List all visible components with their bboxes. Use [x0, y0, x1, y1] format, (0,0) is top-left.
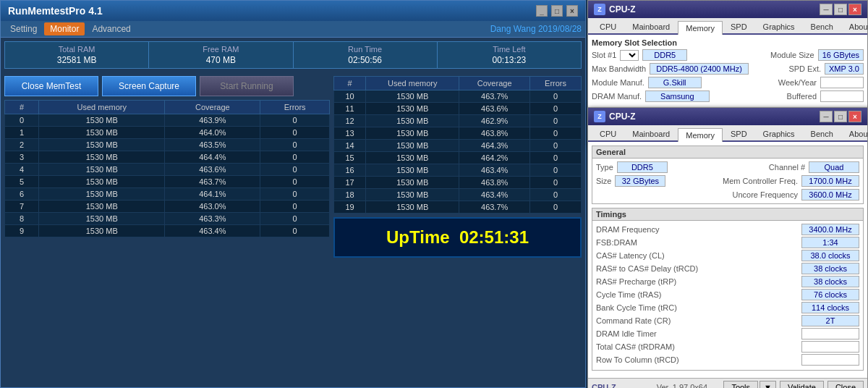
right-col-header-errors: Errors: [530, 77, 582, 90]
free-ram-cell: Free RAM 470 MB: [149, 42, 293, 68]
uptime-text: UpTime 02:51:31: [386, 227, 529, 247]
cpuz-2-maximize[interactable]: □: [834, 111, 847, 122]
timing-label: Command Rate (CR): [596, 316, 671, 325]
timing-value: 2T: [801, 315, 859, 326]
col-header-errors: Errors: [260, 101, 330, 114]
cpuz-2-tab-spd[interactable]: SPD: [723, 127, 755, 140]
cpuz-1-tab-bench[interactable]: Bench: [803, 20, 841, 33]
cpuz-1-tab-spd[interactable]: SPD: [723, 20, 755, 33]
close-btn[interactable]: ×: [566, 5, 578, 17]
spd-ext-label: SPD Ext.: [788, 64, 821, 73]
memtest-title: RunMemtestPro 4.1: [8, 5, 103, 17]
table-row: 21530 MB463.5%0: [5, 139, 330, 151]
max-bw-value: DDR5-4800 (2400 MHz): [650, 63, 749, 75]
right-panel: # Used memory Coverage Errors 101530 MB4…: [333, 76, 582, 258]
module-manuf-value: G.Skill: [648, 77, 702, 88]
cpuz-1-close[interactable]: ×: [848, 4, 861, 15]
close-memtest-button[interactable]: Close MemTest: [4, 76, 98, 96]
module-manuf-label: Module Manuf.: [592, 78, 644, 87]
footer-version: Ver. 1.97.0x64: [657, 383, 722, 388]
cpuz-2-tab-mainboard[interactable]: Mainboard: [624, 127, 678, 140]
timing-row: Bank Cycle Time (tRC)114 clocks: [596, 302, 859, 313]
mem-ctrl-label: Mem Controller Freq.: [723, 177, 798, 185]
cpuz-1-tab-about[interactable]: About: [841, 20, 868, 33]
week-year-value: [820, 77, 864, 88]
maximize-btn[interactable]: □: [551, 5, 563, 17]
cpuz-window-2: Z CPU-Z ─ □ × CPU Mainboard Memory SPD G…: [587, 107, 868, 388]
timing-value: 76 clocks: [801, 289, 859, 300]
col-header-coverage: Coverage: [165, 101, 260, 114]
stats-row: Total RAM 32581 MB Free RAM 470 MB Run T…: [4, 41, 582, 69]
menu-monitor[interactable]: Monitor: [44, 22, 85, 35]
timing-value: [801, 328, 859, 340]
time-left-value: 00:13:23: [441, 55, 577, 65]
table-row: 141530 MB464.3%0: [334, 140, 582, 152]
cpuz-1-tab-memory[interactable]: Memory: [678, 21, 723, 35]
cpuz-2-tab-about[interactable]: About: [841, 127, 868, 140]
cpuz-1-maximize[interactable]: □: [834, 4, 847, 15]
cpuz-1-minimize[interactable]: ─: [820, 4, 833, 15]
timing-value: 38 clocks: [801, 276, 859, 287]
timing-label: Cycle Time (tRAS): [596, 290, 661, 299]
timing-row: DRAM Idle Timer: [596, 328, 859, 340]
cpuz-2-close[interactable]: ×: [848, 111, 861, 122]
table-row: 11530 MB464.0%0: [5, 127, 330, 139]
cpuz-2-tabs: CPU Mainboard Memory SPD Graphics Bench …: [588, 125, 867, 142]
run-time-cell: Run Time 02:50:56: [294, 42, 438, 68]
uncore-label: Uncore Frequency: [733, 190, 799, 199]
cpuz-1-tab-mainboard[interactable]: Mainboard: [624, 20, 678, 33]
minimize-btn[interactable]: _: [536, 5, 548, 17]
time-left-cell: Time Left 00:13:23: [438, 42, 581, 68]
cpuz-2-title: CPU-Z: [609, 111, 636, 122]
memtest-menubar: Setting Monitor Advanced Dang Wang 2019/…: [1, 21, 585, 38]
cpuz-footer: CPU-Z Ver. 1.97.0x64 Tools ▼ Validate Cl…: [588, 378, 867, 388]
table-row: 31530 MB464.4%0: [5, 151, 330, 164]
dram-manuf-label: DRAM Manuf.: [592, 92, 642, 101]
table-row: 101530 MB463.7%0: [334, 90, 582, 103]
cpuz-2-controls: ─ □ ×: [820, 111, 861, 122]
buffered-label: Buffered: [787, 92, 817, 101]
table-row: 121530 MB462.9%0: [334, 115, 582, 127]
cpuz-2-tab-graphics[interactable]: Graphics: [755, 127, 803, 140]
dram-manuf-value: Samsung: [645, 90, 709, 102]
tools-button[interactable]: Tools: [723, 381, 758, 388]
uncore-value: 3600.0 MHz: [801, 189, 859, 201]
table-row: 71530 MB463.0%0: [5, 201, 330, 213]
buffered-value: [820, 90, 864, 102]
table-row: 41530 MB463.6%0: [5, 164, 330, 176]
type-label: Type: [596, 163, 613, 172]
timing-row: RAS# to CAS# Delay (tRCD)38 clocks: [596, 263, 859, 274]
cpuz-1-tab-cpu[interactable]: CPU: [592, 20, 624, 33]
cpuz-2-minimize[interactable]: ─: [820, 111, 833, 122]
cpuz-2-tab-cpu[interactable]: CPU: [592, 127, 624, 140]
titlebar-controls: _ □ ×: [536, 5, 578, 17]
table-row: 81530 MB463.3%0: [5, 213, 330, 225]
table-row: 91530 MB463.4%0: [5, 225, 330, 237]
cpuz-2-tab-memory[interactable]: Memory: [678, 128, 723, 142]
menu-setting[interactable]: Setting: [4, 22, 43, 35]
cpuz-2-icon: Z: [594, 111, 605, 122]
timing-label: FSB:DRAM: [596, 238, 637, 247]
cpuz-2-titlebar: Z CPU-Z ─ □ ×: [588, 108, 867, 125]
table-row: 151530 MB464.2%0: [334, 152, 582, 164]
col-header-num: #: [5, 101, 39, 114]
timing-value: [801, 341, 859, 353]
screen-capture-button[interactable]: Screen Capture: [102, 76, 196, 96]
uptime-box: UpTime 02:51:31: [333, 217, 582, 258]
timing-label: Bank Cycle Time (tRC): [596, 303, 677, 312]
menu-advanced[interactable]: Advanced: [86, 22, 136, 35]
module-size-value: 16 GBytes: [818, 49, 864, 61]
user-info: Dang Wang 2019/08/28: [138, 24, 582, 34]
slot-select[interactable]: [620, 50, 639, 61]
timing-label: Row To Column (tRCD): [596, 355, 679, 364]
general-content: Type DDR5 Channel # Quad Size 32 GBytes …: [592, 159, 863, 203]
cpuz-1-title-left: Z CPU-Z: [594, 4, 636, 15]
validate-button[interactable]: Validate: [780, 381, 824, 388]
cpuz-2-tab-bench[interactable]: Bench: [803, 127, 841, 140]
timing-value: [801, 354, 859, 366]
tools-dropdown[interactable]: ▼: [760, 381, 776, 388]
total-ram-value: 32581 MB: [9, 55, 145, 65]
start-running-button[interactable]: Start Running: [200, 76, 294, 96]
footer-close-button[interactable]: Close: [827, 381, 864, 388]
cpuz-1-tab-graphics[interactable]: Graphics: [755, 20, 803, 33]
